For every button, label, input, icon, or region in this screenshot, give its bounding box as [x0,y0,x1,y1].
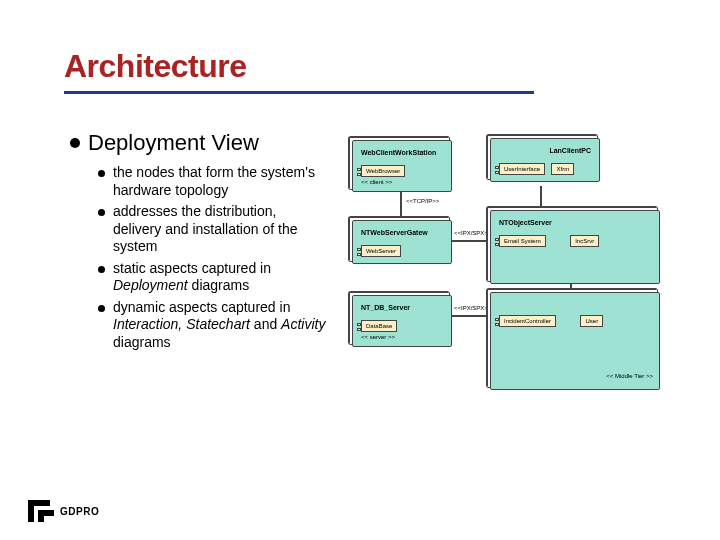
component-box: User [580,315,603,327]
sub-bullet-list: the nodes that form the system's hardwar… [98,164,326,351]
component-box: IncSrvr [570,235,599,247]
component-box: IncidentController [499,315,556,327]
connector-line [540,186,542,212]
title-block: Architecture [64,48,534,94]
logo-text: GDPRO [60,506,99,517]
component-box: WebBrowser [361,165,405,177]
component-box: Email System [499,235,546,247]
list-item-text: the nodes that form the system's hardwar… [113,164,326,199]
list-item: addresses the distribution, delivery and… [98,203,326,256]
logo-icon [28,500,54,522]
text-column: Deployment View the nodes that form the … [70,130,326,355]
list-item: static aspects captured in Deployment di… [98,260,326,295]
list-item-text: static aspects captured in Deployment di… [113,260,326,295]
body: Deployment View the nodes that form the … [70,130,680,430]
node-lan-client: LanClientPC UserInterface Xfrm [490,138,600,182]
component-label: Email System [504,238,541,244]
connector-label: <<TCP/IP>> [406,198,439,204]
section-heading: Deployment View [88,130,259,156]
text-pre: static aspects captured in [113,260,271,276]
node-web-server: NTWebServerGatew WebServer [352,220,452,264]
bullet-dot-icon [98,209,105,216]
list-item-text: addresses the distribution, delivery and… [113,203,326,256]
text-post: diagrams [113,334,171,350]
connector-line [452,240,492,242]
bullet-dot-icon [98,170,105,177]
node-stereotype: << client >> [361,179,443,185]
text-emphasis: Activity [281,316,325,332]
diagram-column: <<TCP/IP>> <<IPX/SPX>> <<IPX/SPX>> WebCl… [340,130,680,430]
slide: Architecture Deployment View the nodes t… [0,0,720,540]
connector-line [452,315,492,317]
bullet-dot-icon [98,305,105,312]
list-item: dynamic aspects captured in Interaction,… [98,299,326,352]
node-stereotype: << server >> [361,334,443,340]
list-item: the nodes that form the system's hardwar… [98,164,326,199]
node-object-server: NTObjectServer Email System IncSrvr [490,210,660,284]
text-emphasis: Deployment [113,277,188,293]
node-db-server: NT_DB_Server DataBase << server >> [352,295,452,347]
node-title: LanClientPC [499,147,591,154]
footer-logo: GDPRO [28,500,99,522]
list-item-text: dynamic aspects captured in Interaction,… [113,299,326,352]
node-title: NT_DB_Server [361,304,443,311]
component-label: UserInterface [504,166,540,172]
slide-title: Architecture [64,48,534,85]
node-stereotype: << Middle Tier >> [606,373,653,379]
component-label: WebBrowser [366,168,400,174]
node-web-client: WebClientWorkStation WebBrowser << clien… [352,140,452,192]
text-post: diagrams [188,277,249,293]
node-title: NTObjectServer [499,219,651,226]
connector-label: <<IPX/SPX>> [454,230,491,236]
component-box: DataBase [361,320,397,332]
node-title: WebClientWorkStation [361,149,443,156]
connector-label: <<IPX/SPX>> [454,305,491,311]
main-bullet: Deployment View [70,130,326,156]
deployment-diagram: <<TCP/IP>> <<IPX/SPX>> <<IPX/SPX>> WebCl… [340,130,680,430]
component-label: WebServer [366,248,396,254]
title-rule [64,91,534,94]
component-box: UserInterface [499,163,545,175]
component-box: Xfrm [551,163,574,175]
component-label: IncidentController [504,318,551,324]
connector-line [400,190,402,220]
component-box: WebServer [361,245,401,257]
node-title: NTWebServerGatew [361,229,443,236]
text-pre: dynamic aspects captured in [113,299,290,315]
bullet-dot-icon [70,138,80,148]
node-middle-tier: IncidentController User << Middle Tier >… [490,292,660,390]
component-label: DataBase [366,323,392,329]
text-emphasis: Interaction, Statechart [113,316,250,332]
bullet-dot-icon [98,266,105,273]
text-mid: and [250,316,281,332]
